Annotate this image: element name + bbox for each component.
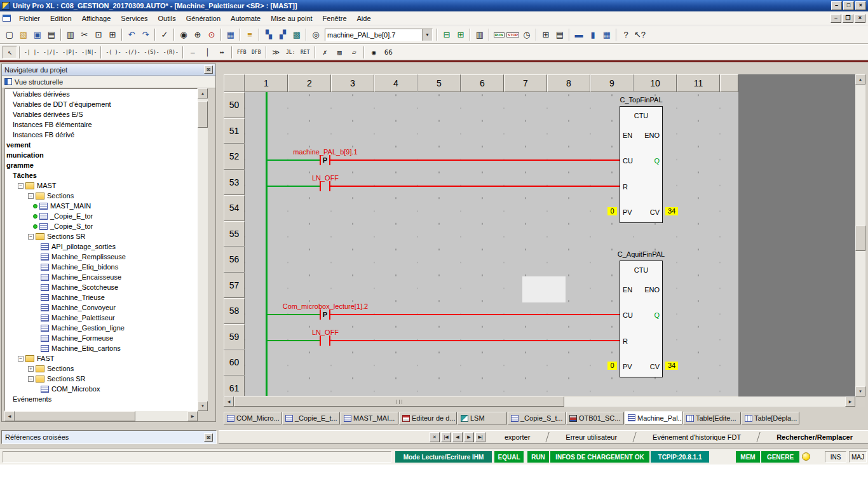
tree-item-instances-fb-l-mentaire[interactable]: Instances FB élémentaire: [5, 119, 197, 130]
scrollbar-thumb[interactable]: [15, 411, 135, 421]
menu-g-n-ration[interactable]: Génération: [181, 13, 226, 24]
tree-item-machine-convoyeur[interactable]: Machine_Convoyeur: [5, 302, 197, 313]
find-button[interactable]: ◉: [177, 28, 191, 42]
plc-clock-button[interactable]: ◷: [520, 28, 534, 42]
tree-item-sections-sr[interactable]: −Sections SR: [5, 374, 197, 384]
ffb-block-button[interactable]: FFB: [234, 46, 249, 58]
scroll-left-icon[interactable]: ◀: [224, 396, 234, 407]
contact-falling-button[interactable]: -|N|-: [79, 46, 98, 58]
tree-expander-icon[interactable]: −: [28, 376, 34, 382]
doc-tab-table-d-pla[interactable]: Table[Dépla...: [742, 412, 799, 424]
tree-expander-icon[interactable]: −: [18, 356, 24, 362]
select-tool-button[interactable]: ↖: [3, 46, 17, 58]
menu-services[interactable]: Services: [116, 13, 153, 24]
structural-view-tab[interactable]: Vue structurelle: [2, 76, 215, 88]
tree-item-machine-encaisseuse[interactable]: Machine_Encaisseuse: [5, 272, 197, 282]
combo-dropdown-icon[interactable]: ▼: [422, 29, 432, 41]
tree-item-gramme[interactable]: gramme: [5, 160, 197, 170]
tree-item-machine-gestion-ligne[interactable]: Machine_Gestion_ligne: [5, 323, 197, 333]
results-close-icon[interactable]: ✕: [430, 432, 440, 442]
doc-tab-copie-s-t[interactable]: _Copie_S_t...: [508, 412, 566, 424]
tree-expander-icon[interactable]: −: [18, 183, 24, 189]
animation-glasses-button[interactable]: 66: [381, 46, 396, 58]
zoom-button[interactable]: ⊕: [191, 28, 205, 42]
return-button[interactable]: RET: [298, 46, 313, 58]
plc-screen-button[interactable]: ▥: [473, 28, 487, 42]
tile-horizontally-button[interactable]: ▬: [572, 28, 586, 42]
tree-expander-icon[interactable]: −: [28, 234, 34, 240]
window-maximize-button[interactable]: □: [843, 1, 854, 10]
scroll-up-icon[interactable]: ▲: [198, 88, 208, 98]
tree-item-ev-nements[interactable]: Evénements: [5, 394, 197, 404]
tree-item-sections-sr[interactable]: −Sections SR: [5, 231, 197, 241]
menu-affichage[interactable]: Affichage: [77, 13, 116, 24]
tree-item-variables-d-riv-es[interactable]: Variables dérivées: [5, 89, 197, 99]
doc-tab-copie-e-t[interactable]: _Copie_E_t...: [282, 412, 340, 424]
variable-combo-input[interactable]: [325, 29, 422, 41]
results-tab-rechercher-remplacer[interactable]: Rechercher/Remplacer: [763, 431, 867, 444]
menu-aide[interactable]: Aide: [352, 13, 376, 24]
tree-item-vement[interactable]: vement: [5, 140, 197, 150]
doc-tab-editeur-de-d[interactable]: Editeur de d...: [399, 412, 457, 424]
memory-usage-button[interactable]: ⊞: [539, 28, 553, 42]
mdi-minimize-button[interactable]: –: [831, 14, 841, 23]
cross-references-close-icon[interactable]: ⊠: [204, 433, 213, 442]
mdi-restore-button[interactable]: ❐: [843, 14, 853, 23]
scrollbar-thumb[interactable]: [234, 396, 564, 407]
tree-expander-icon[interactable]: +: [28, 366, 34, 372]
doc-tab-com-micro[interactable]: COM_Micro...: [224, 412, 281, 424]
previous-tab-icon[interactable]: ◀: [452, 432, 463, 442]
save-button[interactable]: ▣: [31, 28, 44, 42]
coil-reset-button[interactable]: -(R)-: [161, 46, 180, 58]
doc-tab-lsm[interactable]: LSM: [458, 412, 507, 424]
context-help-button[interactable]: ↖?: [633, 28, 647, 42]
scroll-right-icon[interactable]: ▶: [845, 396, 855, 407]
doc-tab-table-edite[interactable]: Table[Edite...: [683, 412, 741, 424]
tree-item-sections[interactable]: +Sections: [5, 363, 197, 374]
tree-item-variables-d-riv-es-e-s[interactable]: Variables dérivées E/S: [5, 109, 197, 119]
navigator-title-bar[interactable]: Navigateur du projet ⊠: [2, 64, 215, 76]
tree-item-machine-formeuse[interactable]: Machine_Formeuse: [5, 333, 197, 343]
menu-fichier[interactable]: Fichier: [14, 13, 45, 24]
tree-item-instances-fb-d-riv[interactable]: Instances FB dérivé: [5, 130, 197, 140]
data-editor-button[interactable]: ▦: [224, 28, 238, 42]
tree-item-machine-scotcheuse[interactable]: Machine_Scotcheuse: [5, 282, 197, 292]
last-tab-icon[interactable]: ▶|: [475, 432, 485, 442]
tree-item-variables-de-ddt-d-quipement[interactable]: Variables de DDT d'équipement: [5, 99, 197, 109]
mdi-child-icon[interactable]: [3, 15, 11, 22]
window-minimize-button[interactable]: –: [831, 1, 842, 10]
results-tab-erreur-utilisateur[interactable]: Erreur utilisateur: [552, 431, 631, 444]
contact-rising-button[interactable]: -|P|-: [60, 46, 79, 58]
cut-button[interactable]: ✂: [78, 28, 92, 42]
new-animation-table-button[interactable]: ⊟: [440, 28, 454, 42]
jump-button[interactable]: ≫: [269, 46, 283, 58]
tile-vertically-button[interactable]: ▮: [586, 28, 600, 42]
scrollbar-thumb[interactable]: [855, 226, 865, 251]
tree-item-munication[interactable]: munication: [5, 150, 197, 160]
tree-item-sections[interactable]: −Sections: [5, 191, 197, 201]
tree-horizontal-scrollbar[interactable]: ◀ ▶: [4, 411, 198, 421]
open-button[interactable]: ▧: [17, 28, 31, 42]
coil-button[interactable]: -( )-: [104, 46, 123, 58]
tree-item-mast-main[interactable]: MAST_MAIN: [5, 201, 197, 211]
link-mode-button[interactable]: ↔: [215, 46, 229, 58]
tree-item-copie-e-tor[interactable]: _Copie_E_tor: [5, 211, 197, 221]
ladder-editor-grid[interactable]: Pmachine_PAL_b[9].1LN_OFFPCom_microbox_l…: [245, 92, 738, 396]
redo-button[interactable]: ↷: [139, 28, 153, 42]
breakpoint-button[interactable]: ⊙: [205, 28, 219, 42]
functional-view-button[interactable]: ▞: [276, 28, 290, 42]
hint-bulb-icon[interactable]: [802, 452, 810, 461]
inspect-window-button[interactable]: ◉: [367, 46, 381, 58]
window-close-button[interactable]: ×: [855, 1, 866, 10]
diagnostics-button[interactable]: ▤: [553, 28, 567, 42]
jump-label-button[interactable]: JL:: [283, 46, 298, 58]
tree-item-fast[interactable]: −FAST: [5, 353, 197, 363]
print-preview-button[interactable]: ▥: [64, 28, 78, 42]
bookmark-button[interactable]: ▱: [347, 46, 362, 58]
function-block-c-topfinpal[interactable]: CTUENENOCUQRPVCV: [620, 106, 663, 223]
analyze-project-button[interactable]: ✓: [158, 28, 172, 42]
animation-table-button[interactable]: ⊞: [454, 28, 468, 42]
vertical-link-button[interactable]: │: [200, 46, 215, 58]
new-button[interactable]: ▢: [3, 28, 17, 42]
next-tab-icon[interactable]: ▶: [464, 432, 474, 442]
